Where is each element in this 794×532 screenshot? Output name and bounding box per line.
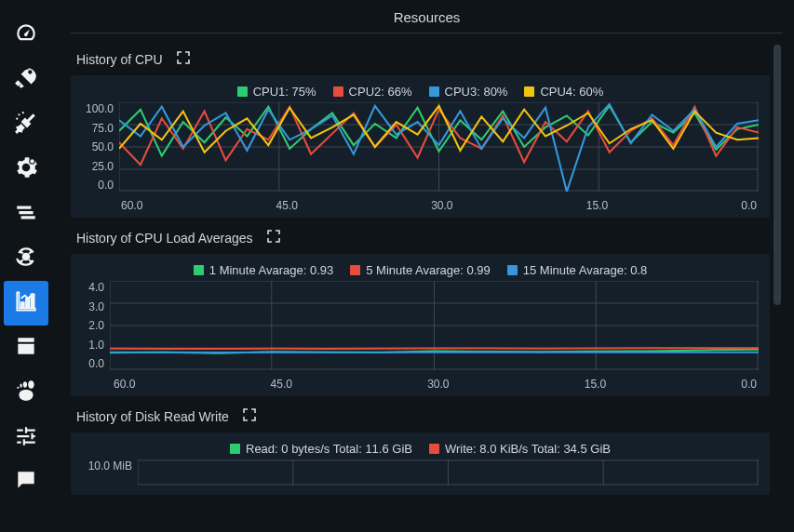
main: Resources History of CPU CPU1: 7 [52,0,794,532]
nav-tuning[interactable] [4,415,48,459]
xtick: 15.0 [585,378,606,391]
chart-panel-disk: Read: 0 bytes/s Total: 11.6 GiB Write: 8… [71,432,770,495]
legend: CPU1: 75% CPU2: 66% CPU3: 80% CPU4: 60% [82,85,759,99]
legend: Read: 0 bytes/s Total: 11.6 GiB Write: 8… [82,442,759,456]
nav-dashboard[interactable] [4,13,48,58]
package-icon [14,334,38,362]
message-icon [14,468,38,496]
content-outer: History of CPU CPU1: 75% CPU2: 66% CPU3:… [71,39,783,532]
legend-label: 15 Minute Avarage: 0.8 [523,263,647,277]
nav-startup[interactable] [4,58,48,102]
legend-entry: CPU4: 60% [524,85,603,99]
cpu-plot-svg [119,102,759,192]
plot-area [110,281,759,374]
section-header: History of CPU Load Averages [71,227,770,254]
legend-label: CPU3: 80% [445,85,508,99]
chart-panel-cpu: CPU1: 75% CPU2: 66% CPU3: 80% CPU4: 60% … [71,75,770,218]
section-header: History of Disk Read Write [71,406,770,432]
content: History of CPU CPU1: 75% CPU2: 66% CPU3:… [71,39,783,532]
expand-icon[interactable] [176,50,191,68]
ytick: 2.0 [88,319,104,332]
ytick: 1.0 [88,339,104,352]
nav-packages[interactable] [4,326,48,370]
svg-point-2 [16,118,18,120]
legend-entry: 1 Minute Avarage: 0.93 [194,263,333,277]
legend-swatch [230,444,240,454]
legend-entry: CPU2: 66% [333,85,412,99]
legend-label: Write: 8.0 KiB/s Total: 34.5 GiB [445,442,611,456]
xtick: 60.0 [121,199,142,212]
nav-services[interactable] [4,192,48,236]
legend-entry: CPU3: 80% [429,85,508,99]
gauge-icon [14,21,38,49]
section-cpu-history: History of CPU CPU1: 75% CPU2: 66% CPU3:… [71,48,770,218]
chart-panel-load: 1 Minute Avarage: 0.93 5 Minute Avarage:… [71,254,770,396]
legend-swatch [237,86,248,97]
gear-icon [14,155,38,183]
nav-log[interactable] [4,459,48,504]
ytick: 25.0 [92,160,114,173]
process-icon [14,245,38,273]
legend-label: CPU4: 60% [540,85,603,99]
legend-label: Read: 0 bytes/s Total: 11.6 GiB [246,442,412,456]
plot-area [138,459,759,489]
ytick: 75.0 [92,122,114,135]
ytick: 50.0 [92,140,114,153]
xtick: 45.0 [276,199,298,212]
ytick: 0.0 [98,179,114,192]
nav-resources[interactable] [4,281,48,326]
y-axis: 4.0 3.0 2.0 1.0 0.0 [82,281,110,370]
plot-area [119,102,759,195]
svg-point-4 [23,254,30,260]
section-disk: History of Disk Read Write Read: 0 bytes… [71,406,770,495]
xtick: 60.0 [114,378,135,391]
xtick: 0.0 [741,378,757,391]
sliders-icon [14,423,38,451]
legend-swatch [507,265,518,275]
section-header: History of CPU [71,48,770,75]
legend-entry: Read: 0 bytes/s Total: 11.6 GiB [230,442,412,456]
legend-swatch [333,86,343,97]
legend-entry: 15 Minute Avarage: 0.8 [507,263,647,277]
ytick: 3.0 [88,300,104,313]
section-title: History of Disk Read Write [76,409,229,424]
legend-entry: CPU1: 75% [237,85,316,99]
legend-entry: 5 Minute Avarage: 0.99 [350,263,490,277]
section-title: History of CPU Load Averages [76,231,253,246]
x-axis: 60.0 45.0 30.0 15.0 0.0 [82,378,759,391]
legend-swatch [524,86,534,97]
gnome-icon [14,379,38,406]
nav-settings[interactable] [4,147,48,192]
xtick: 30.0 [431,199,452,212]
ytick: 4.0 [88,281,104,294]
nav-gnome[interactable] [4,370,48,415]
legend-entry: Write: 8.0 KiB/s Total: 34.5 GiB [429,442,611,456]
chart: 4.0 3.0 2.0 1.0 0.0 [82,281,759,374]
expand-icon[interactable] [242,407,257,425]
scrollbar-thumb[interactable] [774,45,781,305]
rocket-icon [14,66,38,94]
legend-swatch [429,86,439,97]
legend: 1 Minute Avarage: 0.93 5 Minute Avarage:… [82,263,759,277]
section-title: History of CPU [76,52,163,67]
legend-label: CPU2: 66% [349,85,412,99]
expand-icon[interactable] [266,229,281,246]
svg-point-0 [18,113,20,115]
broom-icon [14,111,38,139]
legend-label: 5 Minute Avarage: 0.99 [366,263,490,277]
svg-point-1 [22,112,24,113]
legend-swatch [429,444,439,454]
y-axis: 10.0 MiB [82,459,138,485]
stack-icon [14,200,38,228]
sidebar [0,0,52,532]
app-root: Resources History of CPU CPU1: 7 [0,0,794,532]
section-load-avg: History of CPU Load Averages 1 Minute Av… [71,227,770,396]
xtick: 0.0 [741,199,757,212]
nav-processes[interactable] [4,236,48,281]
ytick: 10.0 MiB [88,459,132,472]
chart-icon [14,289,38,317]
load-plot-svg [110,281,759,370]
scrollbar[interactable] [774,45,781,526]
chart: 10.0 MiB [82,459,759,489]
nav-cleaner[interactable] [4,102,48,147]
